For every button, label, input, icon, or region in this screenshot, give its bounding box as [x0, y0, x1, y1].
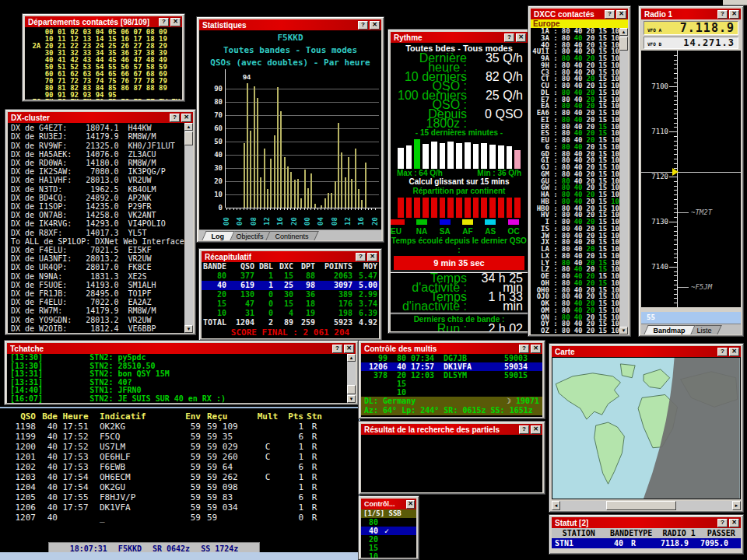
dx-spot[interactable]: DX de F4ELU: 7021.5 EI5KF — [11, 246, 184, 254]
log-row[interactable]: 11994017:52F5CQ5959 356R — [5, 432, 359, 442]
scrollbar-horizontal[interactable]: ◄ ► — [552, 501, 741, 510]
dx-spot[interactable]: DX de UA3NFI: 28013.2 VR2UW — [11, 254, 184, 263]
dxcc-row[interactable]: OZ :8040201510 — [531, 327, 619, 334]
close-icon[interactable]: ✕ — [729, 519, 739, 527]
log-row[interactable]: 12044017:54OK2GU5959 0981R — [5, 482, 359, 492]
help-icon[interactable]: ? — [170, 114, 180, 122]
help-icon[interactable]: ? — [332, 345, 342, 353]
band-item-80[interactable]: 80 — [361, 518, 416, 527]
bandmap[interactable]: 71007110712071307140~TM2T~F5JM — [641, 51, 741, 307]
help-icon[interactable]: ? — [519, 425, 529, 434]
titlebar-carte[interactable]: Carte ?✕ — [552, 346, 741, 357]
log-row[interactable]: 120740_59590R — [5, 513, 359, 523]
help-icon[interactable]: ? — [717, 10, 728, 19]
close-icon[interactable]: ✕ — [531, 425, 541, 434]
dx-spot[interactable]: DX de N9NA: 1831.3 XE2S — [11, 272, 184, 281]
dx-spot[interactable]: DX de RD0WA: 14180.0 RM8W/M — [11, 159, 184, 167]
help-icon[interactable]: ? — [504, 33, 514, 42]
log-row[interactable]: 12064017:57DK1VFA5959 0341R — [5, 502, 359, 513]
status-table-row[interactable]: STN140R7118.97095.0 — [552, 538, 741, 548]
dx-spot[interactable]: DX de RV9WF: 21325.0 KH0/JF1LUT — [11, 142, 184, 150]
close-icon[interactable]: ✕ — [531, 345, 541, 353]
log-row[interactable]: 12034017:54OH6ECM5959 262C1R — [5, 472, 359, 482]
dx-spot[interactable]: DX de IK4RVG: 14293.0 VI4POLIO — [11, 219, 184, 228]
dx-spot[interactable]: DX de G4EZT: 18074.1 H44KW — [11, 124, 184, 132]
tab-bandmap[interactable]: Bandmap — [644, 325, 695, 334]
scroll-up-icon[interactable]: ▲ — [184, 123, 193, 131]
help-icon[interactable]: ? — [159, 18, 169, 26]
close-icon[interactable]: ✕ — [406, 500, 415, 509]
dx-spot[interactable]: DX de I1SOP: 14235.0 P29FR — [11, 202, 184, 211]
dx-spot[interactable]: DX de UR4QP: 28017.0 FK8CE — [11, 263, 184, 271]
log-row[interactable]: 12054017:55F8HJV/P5959 836R — [5, 492, 359, 502]
titlebar-dxcc[interactable]: DXCC contactés ?✕ — [531, 9, 628, 19]
scroll-down-icon[interactable]: ▼ — [619, 327, 628, 334]
band-item-20[interactable]: 20 — [361, 535, 416, 544]
titlebar-partiels[interactable]: Résultat de la recherche des partiels ?✕ — [361, 424, 542, 435]
help-icon[interactable]: ? — [358, 21, 368, 30]
dx-spot[interactable]: DX de FR1JB: 28495.0 TO1PF — [11, 289, 184, 298]
dx-spot[interactable]: DX de IK2SAW: 7080.0 IK3PQG/P — [11, 167, 184, 176]
close-icon[interactable]: ✕ — [729, 10, 739, 19]
close-icon[interactable]: ✕ — [367, 253, 377, 261]
dx-spot[interactable]: DX de F4ELU: 7022.0 EA2AZ — [11, 298, 184, 306]
titlebar-controle[interactable]: Contrôl... ✕ — [361, 499, 416, 509]
band-item-10[interactable]: 10 — [361, 552, 416, 558]
tab-continents[interactable]: Continents — [265, 231, 318, 240]
help-icon[interactable]: ? — [605, 10, 615, 19]
multiplier-row[interactable]: 998007:34DG7JB59003 — [361, 354, 542, 362]
scroll-down-icon[interactable]: ▼ — [184, 325, 193, 333]
dx-spot[interactable]: DX de R8XF: 14017.3 YL5T — [11, 229, 184, 237]
help-icon[interactable]: ? — [717, 519, 728, 527]
scroll-right-icon[interactable]: ► — [732, 501, 741, 510]
bandmap-spot[interactable]: ~TM2T — [691, 208, 712, 216]
dx-spot[interactable]: DX de YO9GDN: 28013.2 VR2UW — [11, 316, 184, 324]
titlebar-radio1[interactable]: Radio 1 ?✕ — [641, 9, 741, 19]
titlebar-recapitulatif[interactable]: Récapitulatif ?✕ — [202, 251, 379, 262]
multiplier-row[interactable]: 12064017:57DK1VFA59034 — [361, 362, 542, 371]
dx-spot[interactable]: DX de F5UOE: 14193.0 SM1ALH — [11, 281, 184, 289]
dx-spot[interactable]: DX de N3TD: 1962.5 KB4OLM — [11, 185, 184, 194]
dx-spot[interactable]: DX de ON7AB: 14258.0 VK2ANT — [11, 211, 184, 219]
scroll-thumb[interactable] — [347, 385, 356, 394]
close-icon[interactable]: ✕ — [370, 21, 380, 30]
band-item-15[interactable]: 15 — [361, 544, 416, 552]
titlebar-dx-cluster[interactable]: DX-cluster ?✕ — [8, 112, 193, 123]
titlebar-statut[interactable]: Statut [2] ?✕ — [552, 517, 741, 528]
scroll-thumb[interactable] — [619, 37, 628, 51]
help-icon[interactable]: ? — [356, 253, 366, 261]
titlebar-rythme[interactable]: Rythme ?✕ — [391, 32, 528, 43]
log-row[interactable]: 11984017:51OK2KG5959 1091R — [5, 422, 359, 432]
scroll-left-icon[interactable]: ◄ — [552, 501, 560, 510]
scrollbar-vertical[interactable]: ▲ ▼ — [184, 123, 193, 333]
dx-spot[interactable]: DX de W2OIB: 1812.4 VE6BBP — [11, 324, 184, 333]
close-icon[interactable]: ✕ — [516, 33, 526, 42]
titlebar-tchatche[interactable]: Tchatche ?✕ — [7, 343, 356, 354]
scroll-thumb[interactable] — [606, 501, 676, 510]
close-icon[interactable]: ✕ — [729, 348, 739, 356]
dx-spot[interactable]: DX de HA5AEK: 14076.0 ZL3ACU — [11, 150, 184, 159]
dx-spot[interactable]: To ALL de SP1LOP: DXNet Web Interface: — [11, 237, 184, 246]
multiplier-row[interactable]: 15 — [361, 380, 542, 388]
dx-spot[interactable]: DX de HA1VHF: 28013.0 VR2UW — [11, 176, 184, 184]
titlebar-statistiques[interactable]: Statistiques ?✕ — [199, 19, 381, 30]
help-icon[interactable]: ? — [717, 348, 728, 356]
titlebar-multis[interactable]: Contrôle des multis ?✕ — [361, 343, 542, 354]
log-row[interactable]: 12014017:53OE6HLF5959 260C1R — [5, 452, 359, 462]
band-item-40[interactable]: 40✓ — [361, 527, 416, 535]
titlebar-departements[interactable]: Départements contactés [98/109] ?✕ — [25, 16, 182, 27]
scrollbar-vertical[interactable]: ▲ ▼ — [347, 354, 356, 403]
tab-log[interactable]: Log — [202, 231, 234, 240]
scroll-down-icon[interactable]: ▼ — [347, 395, 356, 403]
multiplier-row[interactable]: 10 — [361, 388, 542, 397]
close-icon[interactable]: ✕ — [616, 10, 626, 19]
log-row[interactable]: 12024017:53F6EWB5959 646R — [5, 462, 359, 472]
scroll-up-icon[interactable]: ▲ — [347, 354, 356, 362]
multiplier-row[interactable]: 3782012:03DL5YM59015 — [361, 371, 542, 380]
bandmap-spot[interactable]: ~F5JM — [691, 283, 712, 291]
dx-spot[interactable]: DX de BD4CQ: 24892.0 AP2NK — [11, 194, 184, 202]
log-row[interactable]: 12004017:52US7LM5959 029C1R — [5, 442, 359, 452]
close-icon[interactable]: ✕ — [170, 18, 181, 26]
scrollbar-vertical[interactable]: ▲ ▼ — [619, 28, 628, 334]
close-icon[interactable]: ✕ — [181, 114, 191, 122]
